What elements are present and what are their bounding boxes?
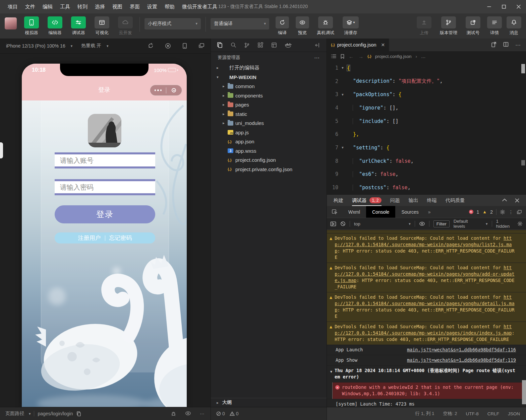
- files-icon[interactable]: [217, 42, 223, 48]
- wechat-capsule[interactable]: [150, 85, 182, 96]
- status-item[interactable]: JSON: [508, 411, 520, 416]
- code-line[interactable]: 8 "urlCheck": false,: [327, 154, 526, 168]
- eye-icon[interactable]: [419, 221, 425, 226]
- console-error-row[interactable]: ✕ routeDone with a webviewId 2 that is n…: [332, 382, 526, 399]
- status-item[interactable]: 行 1, 列 1: [415, 411, 434, 417]
- editor-scrollbar[interactable]: [521, 64, 525, 73]
- bug-icon[interactable]: [171, 411, 176, 417]
- code-line[interactable]: 7 ▾ "setting": {: [327, 141, 526, 154]
- inspect-element-icon[interactable]: [327, 209, 342, 215]
- details-button[interactable]: 详情: [487, 16, 502, 36]
- clear-cache-button[interactable]: ▾ 清缓存: [341, 16, 360, 36]
- more-dots-icon[interactable]: ⋯: [515, 42, 521, 48]
- open-preview-icon[interactable]: [491, 42, 496, 48]
- tree-item[interactable]: ▸ 打开的编辑器: [211, 63, 327, 73]
- console-group-row[interactable]: ▼ Thu Apr 18 2024 10:18:14 GMT+0800 (香港标…: [327, 365, 526, 382]
- console-system-row[interactable]: [system] Launch Time: 4723 ms: [327, 399, 526, 407]
- code-line[interactable]: 6 },: [327, 128, 526, 141]
- version-manage-button[interactable]: 版本管理: [438, 16, 459, 36]
- error-count[interactable]: 0: [216, 411, 225, 416]
- code-line[interactable]: 3 ▾ "packOptions": {: [327, 88, 526, 101]
- back-icon[interactable]: ←: [349, 54, 354, 59]
- tree-item[interactable]: ▾ MP-WEIXIN: [211, 73, 327, 82]
- tree-item[interactable]: ▸ pages: [211, 100, 327, 110]
- bookmark-icon[interactable]: [340, 54, 345, 59]
- console-sidebar-icon[interactable]: [330, 221, 336, 226]
- console-warning-count[interactable]: 2: [490, 209, 493, 215]
- account-input[interactable]: [55, 152, 155, 168]
- breadcrumb-file[interactable]: project.config.json: [375, 54, 412, 59]
- tab-project-config[interactable]: {..} project.config.json ✕: [327, 39, 389, 51]
- menu-item[interactable]: 界面: [127, 2, 143, 11]
- forward-icon[interactable]: →: [358, 54, 363, 59]
- npm-build-icon[interactable]: [271, 42, 277, 48]
- console-scrollbar[interactable]: [522, 380, 526, 404]
- tab-problems[interactable]: 问题: [390, 195, 400, 206]
- code-line[interactable]: 1 ▾ {: [327, 61, 526, 75]
- collapse-panel-icon[interactable]: [502, 198, 507, 203]
- code-editor[interactable]: 1 ▾ { 2 "description": "项目配置文件。", 3 ▾ "p…: [327, 61, 526, 194]
- context-select[interactable]: top▾: [354, 221, 411, 226]
- code-line[interactable]: 10 "postcss": false,: [327, 181, 526, 194]
- console-error-count[interactable]: 1: [477, 209, 479, 215]
- tree-item[interactable]: app.wxss: [211, 146, 327, 156]
- hot-reload-toggle[interactable]: 热重载 开▾: [81, 43, 108, 49]
- console-warning[interactable]: ▲ DevTools failed to load SourceMap: Cou…: [327, 292, 526, 322]
- messages-button[interactable]: 消息: [507, 16, 521, 36]
- devtools-settings-icon[interactable]: [500, 209, 505, 215]
- minimize-button[interactable]: [482, 0, 496, 13]
- upload-button[interactable]: 上传: [415, 16, 433, 36]
- device-select[interactable]: iPhone 12/13 (Pro) 100% 16▾: [6, 43, 72, 49]
- outline-list-icon[interactable]: [331, 54, 336, 59]
- user-avatar[interactable]: [5, 17, 17, 29]
- more-dots-icon[interactable]: [150, 89, 166, 91]
- source-control-icon[interactable]: [244, 42, 249, 48]
- more-tabs-icon[interactable]: »: [425, 209, 434, 215]
- status-item[interactable]: 空格: 2: [443, 411, 457, 417]
- outline-section[interactable]: ▸ 大纲: [211, 398, 327, 407]
- console-warning[interactable]: ▲ DevTools failed to load SourceMap: Cou…: [327, 263, 526, 292]
- eye-icon[interactable]: [185, 411, 191, 417]
- collapse-sidebar-icon[interactable]: [315, 43, 320, 48]
- test-account-button[interactable]: 测试号: [464, 16, 482, 36]
- kebab-menu-icon[interactable]: ⋮: [509, 209, 513, 215]
- debugger-button[interactable]: 调试器: [69, 16, 88, 36]
- simulator-button[interactable]: 模拟器: [22, 16, 41, 36]
- tree-item[interactable]: app.js: [211, 128, 327, 137]
- split-editor-icon[interactable]: [503, 42, 509, 48]
- search-icon[interactable]: [231, 42, 236, 48]
- console-warning[interactable]: ▲ DevTools failed to load SourceMap: Cou…: [327, 322, 526, 345]
- menu-item[interactable]: 视图: [109, 2, 125, 11]
- tab-debugger[interactable]: 调试器 1, 2: [352, 195, 382, 206]
- menu-item[interactable]: 工具: [57, 2, 73, 11]
- console-log-row[interactable]: App Show main.js?t=wechat&s=1…ddb66a98bd…: [327, 355, 526, 365]
- warning-count[interactable]: 0: [230, 411, 239, 416]
- status-item[interactable]: CRLF: [487, 411, 499, 416]
- maximize-button[interactable]: [496, 0, 511, 13]
- code-line[interactable]: 4 "ignore": [],: [327, 101, 526, 115]
- tree-item[interactable]: ▸ components: [211, 91, 327, 100]
- record-stop-icon[interactable]: [165, 43, 171, 49]
- menu-item[interactable]: 转到: [74, 2, 91, 11]
- extensions-icon[interactable]: [257, 42, 263, 48]
- preview-button[interactable]: 预览: [295, 16, 310, 36]
- tab-terminal[interactable]: 终端: [427, 195, 437, 206]
- status-item[interactable]: UTF-8: [466, 411, 478, 416]
- menu-item[interactable]: 文件: [22, 2, 38, 11]
- console-log-row[interactable]: App Launch main.js?t=wechat&s=1…ddb66a98…: [327, 345, 526, 355]
- tab-wxml[interactable]: Wxml: [342, 206, 366, 218]
- multi-window-icon[interactable]: [198, 43, 204, 49]
- device-debug-button[interactable]: 真机调试: [315, 16, 336, 36]
- console-warning[interactable]: ▲ DevTools failed to load SourceMap: Cou…: [327, 233, 526, 263]
- menu-item[interactable]: 设置: [144, 2, 160, 11]
- tab-output[interactable]: 输出: [409, 195, 418, 206]
- rotate-icon[interactable]: [148, 43, 154, 49]
- mode-select[interactable]: 小程序模式▾: [144, 18, 201, 29]
- compile-mode-select[interactable]: 普通编译▾: [211, 18, 269, 29]
- device-frame-icon[interactable]: [182, 43, 187, 49]
- fold-icon[interactable]: ▾: [338, 145, 347, 150]
- visual-button[interactable]: 可视化: [93, 16, 111, 36]
- code-line[interactable]: 5 "include": []: [327, 115, 526, 128]
- clear-console-icon[interactable]: [340, 221, 346, 226]
- simulator-drag-handle[interactable]: [0, 142, 3, 158]
